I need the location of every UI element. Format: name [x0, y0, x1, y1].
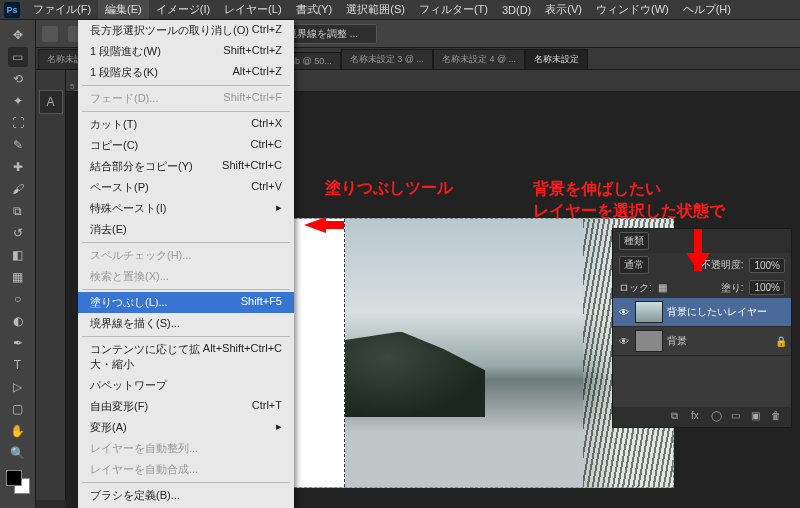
menu-item[interactable]: ペースト(P)Ctrl+V: [78, 177, 294, 198]
link-icon[interactable]: ⧉: [671, 410, 685, 424]
doc-tab[interactable]: 名称未設定 4 @ ...: [433, 49, 525, 69]
wand-tool-icon[interactable]: ✦: [8, 91, 28, 111]
gradient-tool-icon[interactable]: ▦: [8, 267, 28, 287]
menu-item[interactable]: カット(T)Ctrl+X: [78, 114, 294, 135]
lock-icon[interactable]: ▦: [658, 282, 667, 293]
menu-item: 検索と置換(X)...: [78, 266, 294, 287]
menu-item[interactable]: 1 段階進む(W)Shift+Ctrl+Z: [78, 41, 294, 62]
layer-name: 背景にしたいレイヤー: [667, 305, 787, 319]
menu-item[interactable]: 消去(E): [78, 219, 294, 240]
menu-select[interactable]: 選択範囲(S): [339, 0, 412, 19]
doc-tab[interactable]: 名称未設定 3 @ ...: [341, 49, 433, 69]
layers-footer: ⧉ fx ◯ ▭ ▣ 🗑: [613, 407, 791, 427]
menu-item[interactable]: 自由変形(F)Ctrl+T: [78, 396, 294, 417]
annotation-layer-hint: 背景を伸ばしたい レイヤーを選択した状態で: [533, 178, 725, 221]
doc-tab[interactable]: 名称未設定: [525, 49, 588, 69]
blend-mode-select[interactable]: 通常: [619, 256, 649, 274]
crop-tool-icon[interactable]: ⛶: [8, 113, 28, 133]
refine-edge-button[interactable]: 境界線を調整 ...: [280, 24, 377, 44]
annotation-fill-tool: 塗りつぶしツール: [325, 178, 453, 199]
layer-list: 👁 背景にしたいレイヤー 👁 背景 🔒: [613, 298, 791, 356]
hand-tool-icon[interactable]: ✋: [8, 421, 28, 441]
menu-view[interactable]: 表示(V): [538, 0, 589, 19]
menu-image[interactable]: イメージ(I): [149, 0, 217, 19]
character-panel-icon[interactable]: A: [39, 90, 63, 114]
lock-label: ロック:: [619, 281, 652, 295]
layers-kind-select[interactable]: 種類: [619, 232, 649, 250]
menu-edit[interactable]: 編集(E): [98, 0, 149, 19]
pen-tool-icon[interactable]: ✒: [8, 333, 28, 353]
menu-item[interactable]: 長方形選択ツールの取り消し(O)Ctrl+Z: [78, 20, 294, 41]
eraser-tool-icon[interactable]: ◧: [8, 245, 28, 265]
marquee-tool-icon[interactable]: ▭: [8, 47, 28, 67]
lasso-tool-icon[interactable]: ⟲: [8, 69, 28, 89]
tool-preset-icon[interactable]: [42, 26, 58, 42]
menu-item[interactable]: 塗りつぶし(L)...Shift+F5: [78, 292, 294, 313]
menu-item: レイヤーを自動合成...: [78, 459, 294, 480]
layer-thumb[interactable]: [635, 330, 663, 352]
menu-item[interactable]: 結合部分をコピー(Y)Shift+Ctrl+C: [78, 156, 294, 177]
menu-item[interactable]: 境界線を描く(S)...: [78, 313, 294, 334]
new-layer-icon[interactable]: ▣: [751, 410, 765, 424]
menu-item[interactable]: パペットワープ: [78, 375, 294, 396]
type-tool-icon[interactable]: T: [8, 355, 28, 375]
color-swatch[interactable]: [6, 470, 30, 494]
opacity-value[interactable]: 100%: [749, 258, 785, 273]
visibility-icon[interactable]: 👁: [617, 336, 631, 347]
menu-item[interactable]: 変形(A)▸: [78, 417, 294, 438]
fill-label: 塗り:: [721, 281, 744, 295]
move-tool-icon[interactable]: ✥: [8, 25, 28, 45]
edit-menu-dropdown: 長方形選択ツールの取り消し(O)Ctrl+Z1 段階進む(W)Shift+Ctr…: [78, 20, 294, 508]
side-panel-left: A: [36, 70, 66, 500]
menu-item[interactable]: 特殊ペースト(I)▸: [78, 198, 294, 219]
menu-item[interactable]: 1 段階戻る(K)Alt+Ctrl+Z: [78, 62, 294, 83]
layer-thumb[interactable]: [635, 301, 663, 323]
fx-icon[interactable]: fx: [691, 410, 705, 424]
brush-tool-icon[interactable]: 🖌: [8, 179, 28, 199]
layer-item[interactable]: 👁 背景にしたいレイヤー: [613, 298, 791, 327]
folder-icon[interactable]: ▭: [731, 410, 745, 424]
selection-area: [285, 219, 345, 487]
menu-item[interactable]: コンテンツに応じて拡大・縮小Alt+Shift+Ctrl+C: [78, 339, 294, 375]
layer-item[interactable]: 👁 背景 🔒: [613, 327, 791, 356]
shape-tool-icon[interactable]: ▢: [8, 399, 28, 419]
photo-content: [345, 332, 485, 418]
menu-file[interactable]: ファイル(F): [26, 0, 98, 19]
arrow-left-icon: [296, 217, 326, 233]
app-logo: Ps: [4, 2, 20, 18]
path-tool-icon[interactable]: ▷: [8, 377, 28, 397]
menu-item: スペルチェック(H)...: [78, 245, 294, 266]
menu-help[interactable]: ヘルプ(H): [676, 0, 738, 19]
history-brush-icon[interactable]: ↺: [8, 223, 28, 243]
menu-item[interactable]: コピー(C)Ctrl+C: [78, 135, 294, 156]
blur-tool-icon[interactable]: ○: [8, 289, 28, 309]
fg-color-icon[interactable]: [6, 470, 22, 486]
menu-3d[interactable]: 3D(D): [495, 2, 538, 18]
menu-window[interactable]: ウィンドウ(W): [589, 0, 676, 19]
heal-tool-icon[interactable]: ✚: [8, 157, 28, 177]
menu-item: フェード(D)...Shift+Ctrl+F: [78, 88, 294, 109]
stamp-tool-icon[interactable]: ⧉: [8, 201, 28, 221]
arrow-down-icon: [694, 229, 702, 271]
visibility-icon[interactable]: 👁: [617, 307, 631, 318]
lock-icon: 🔒: [775, 336, 787, 347]
layer-name: 背景: [667, 334, 771, 348]
eyedropper-tool-icon[interactable]: ✎: [8, 135, 28, 155]
trash-icon[interactable]: 🗑: [771, 410, 785, 424]
menu-layer[interactable]: レイヤー(L): [217, 0, 288, 19]
dodge-tool-icon[interactable]: ◐: [8, 311, 28, 331]
fill-value[interactable]: 100%: [749, 280, 785, 295]
menu-filter[interactable]: フィルター(T): [412, 0, 495, 19]
tool-palette: ✥ ▭ ⟲ ✦ ⛶ ✎ ✚ 🖌 ⧉ ↺ ◧ ▦ ○ ◐ ✒ T ▷ ▢ ✋ 🔍: [0, 20, 36, 508]
menu-item: レイヤーを自動整列...: [78, 438, 294, 459]
menubar: Ps ファイル(F) 編集(E) イメージ(I) レイヤー(L) 書式(Y) 選…: [0, 0, 800, 20]
menu-type[interactable]: 書式(Y): [289, 0, 340, 19]
menu-item[interactable]: ブラシを定義(B)...: [78, 485, 294, 506]
zoom-tool-icon[interactable]: 🔍: [8, 443, 28, 463]
mask-icon[interactable]: ◯: [711, 410, 725, 424]
